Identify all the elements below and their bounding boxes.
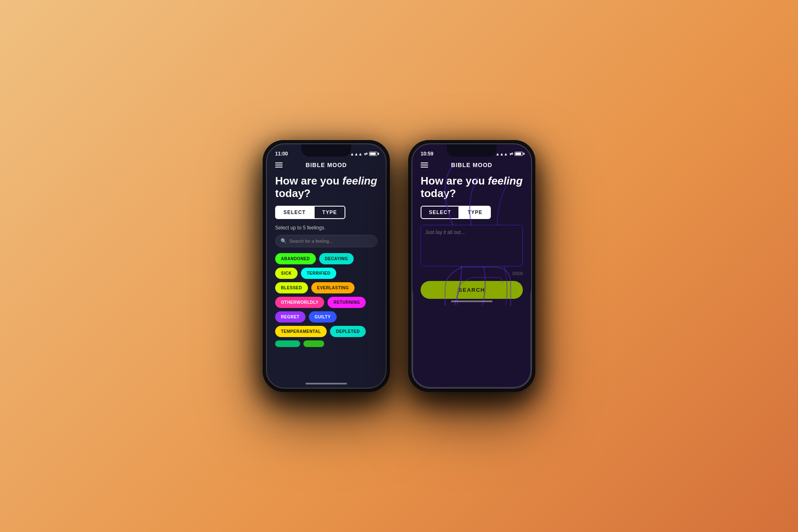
feelings-row-3: BLESSED EVERLASTING [275, 282, 377, 293]
wifi-icon: ⇌ [364, 152, 367, 156]
feeling-temperamental[interactable]: TEMPERAMENTAL [275, 326, 327, 337]
phone-1-content: How are you feelingtoday? SELECT TYPE Se… [267, 172, 386, 388]
feeling-guilty[interactable]: GUILTY [309, 311, 337, 323]
feeling-otherworldly[interactable]: OTHERWORLDLY [275, 297, 324, 308]
feelings-row-1: ABANDONED DECAYING [275, 253, 377, 264]
hamburger-menu-icon-2[interactable] [421, 163, 428, 167]
heading-1: How are you feelingtoday? [275, 175, 377, 200]
feeling-more1[interactable] [275, 340, 300, 347]
feeling-returning[interactable]: RETURNING [328, 297, 366, 308]
feelings-row-5: REGRET GUILTY [275, 311, 377, 323]
signal-icon: ▲▲▲ [350, 152, 362, 156]
status-bar-1: 11:00 ▲▲▲ ⇌ [267, 146, 386, 158]
phone-1: 11:00 ▲▲▲ ⇌ BIBLE MOOD [266, 143, 387, 389]
feelings-textarea[interactable] [421, 225, 523, 266]
status-bar-2: 10:59 ▲▲▲ ⇌ [412, 146, 531, 158]
battery-icon-2 [515, 152, 523, 156]
phone-2-content: How are you feelingtoday? SELECT TYPE 0/… [412, 172, 531, 305]
hamburger-menu-icon[interactable] [275, 163, 283, 167]
app-title-2: BIBLE MOOD [451, 162, 492, 168]
feeling-regret[interactable]: REGRET [275, 311, 305, 323]
search-placeholder: Search for a feeling... [289, 239, 333, 244]
char-count: 0/500 [421, 271, 523, 276]
toggle-group-2: SELECT TYPE [421, 206, 523, 219]
nav-bar-1: BIBLE MOOD [267, 158, 386, 172]
search-button[interactable]: SEARCH [421, 281, 523, 299]
feelings-row-4: OTHERWORLDLY RETURNING [275, 297, 377, 308]
feelings-row-2: SICK TERRIFIED [275, 268, 377, 279]
feeling-terrified[interactable]: TERRIFIED [301, 268, 336, 279]
toggle-group-1: SELECT TYPE [275, 206, 377, 219]
feeling-more2[interactable] [303, 340, 324, 347]
feeling-decaying[interactable]: DECAYING [319, 253, 354, 264]
status-icons-2: ▲▲▲ ⇌ [495, 152, 523, 156]
feeling-everlasting[interactable]: EVERLASTING [311, 282, 355, 293]
battery-icon [369, 152, 377, 156]
search-bar[interactable]: 🔍 Search for a feeling... [275, 235, 377, 247]
feeling-depleted[interactable]: DEPLETED [330, 326, 365, 337]
feeling-abandoned[interactable]: ABANDONED [275, 253, 316, 264]
feelings-list: ABANDONED DECAYING SICK TERRIFIED BLESSE… [275, 253, 377, 347]
type-toggle-2[interactable]: TYPE [459, 206, 490, 219]
phone-1-body: 11:00 ▲▲▲ ⇌ BIBLE MOOD [266, 143, 387, 389]
phone-2-body: 10:59 ▲▲▲ ⇌ BIBLE MOOD [411, 143, 532, 389]
nav-bar-2: BIBLE MOOD [412, 158, 531, 172]
feeling-blessed[interactable]: BLESSED [275, 282, 308, 293]
home-indicator-2 [451, 300, 493, 302]
heading-2: How are you feelingtoday? [421, 175, 523, 200]
type-toggle-1[interactable]: TYPE [314, 206, 345, 219]
signal-icon-2: ▲▲▲ [495, 152, 508, 156]
phone-1-screen: 11:00 ▲▲▲ ⇌ BIBLE MOOD [267, 144, 386, 388]
home-indicator-1 [305, 383, 347, 384]
search-icon: 🔍 [281, 238, 287, 244]
app-title-1: BIBLE MOOD [305, 162, 347, 168]
phone-2: 10:59 ▲▲▲ ⇌ BIBLE MOOD [411, 143, 532, 389]
status-time-2: 10:59 [421, 151, 433, 157]
select-instruction: Select up to 5 feelings. [275, 225, 377, 231]
feelings-row-7 [275, 340, 377, 347]
feeling-sick[interactable]: SICK [275, 268, 298, 279]
phones-container: 11:00 ▲▲▲ ⇌ BIBLE MOOD [266, 143, 532, 389]
select-toggle-1[interactable]: SELECT [275, 206, 314, 219]
status-icons-1: ▲▲▲ ⇌ [350, 152, 377, 156]
select-toggle-2[interactable]: SELECT [421, 206, 459, 219]
textarea-container [421, 225, 523, 268]
wifi-icon-2: ⇌ [510, 152, 513, 156]
status-time-1: 11:00 [275, 151, 288, 157]
phone-2-screen: 10:59 ▲▲▲ ⇌ BIBLE MOOD [412, 144, 531, 305]
feelings-row-6: TEMPERAMENTAL DEPLETED [275, 326, 377, 337]
